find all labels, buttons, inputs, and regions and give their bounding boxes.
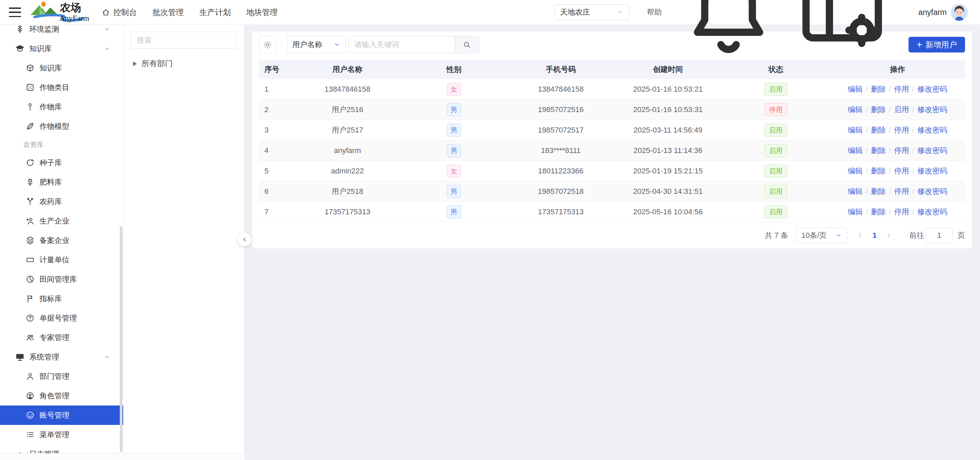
op-link-3[interactable]: 停用 (894, 126, 909, 134)
cell-phone: 19857072516 (508, 105, 614, 114)
caret-right-icon[interactable] (133, 61, 137, 66)
sidebar-item-0[interactable]: 环境监测 (0, 25, 123, 39)
op-link-2[interactable]: 删除 (871, 208, 886, 216)
sidebar-item-7[interactable]: 种子库 (0, 153, 123, 172)
cell-status: 启用 (722, 165, 830, 177)
op-link-3[interactable]: 停用 (894, 85, 909, 93)
op-link-2[interactable]: 删除 (871, 146, 886, 155)
org-select[interactable]: 天地农庄 (554, 5, 629, 20)
cell-phone: 17357175313 (508, 208, 614, 216)
sidebar-item-15[interactable]: 单据号管理 (0, 308, 123, 328)
op-link-4[interactable]: 修改密码 (917, 167, 947, 175)
sidebar-item-9[interactable]: 农药库 (0, 192, 123, 211)
op-link-3[interactable]: 启用 (894, 105, 909, 114)
sidebar-item-12[interactable]: 计量单位 (0, 250, 123, 270)
table-row-4: 4anyfarm男183****81112025-01-13 11:14:36启… (259, 141, 965, 161)
op-link-2[interactable]: 删除 (871, 85, 886, 93)
cell-index: 3 (259, 126, 294, 134)
op-link-3[interactable]: 停用 (894, 146, 909, 155)
help-link[interactable]: 帮助 (647, 7, 662, 18)
op-separator: / (862, 85, 871, 93)
sidebar-item-1[interactable]: 知识库 (0, 39, 123, 58)
cell-status: 启用 (722, 206, 830, 219)
sidebar-item-16[interactable]: 专家管理 (0, 328, 123, 347)
sidebar-item-4[interactable]: 作物库 (0, 97, 123, 117)
layout-settings-icon[interactable] (791, 0, 893, 63)
cell-operations: 编辑/删除/启用/修改密码 (830, 105, 965, 115)
page-size-select[interactable]: 10条/页 (796, 228, 847, 243)
bell-icon (678, 0, 780, 63)
op-link-2[interactable]: 删除 (871, 167, 886, 175)
op-link-1[interactable]: 编辑 (848, 146, 862, 155)
op-link-2[interactable]: 删除 (871, 187, 886, 196)
page-number-current[interactable]: 1 (868, 231, 881, 240)
nav-item-4[interactable]: 地块管理 (247, 7, 278, 18)
op-link-4[interactable]: 修改密码 (917, 85, 947, 93)
cell-operations: 编辑/删除/停用/修改密码 (830, 186, 965, 196)
home-icon (102, 8, 110, 17)
sidebar-item-18[interactable]: 部门管理 (0, 367, 123, 386)
sidebar-item-13[interactable]: 田间管理库 (0, 270, 123, 289)
nav-item-2[interactable]: 批次管理 (153, 7, 184, 18)
column-settings-button[interactable] (259, 36, 276, 53)
op-link-1[interactable]: 编辑 (848, 208, 862, 216)
op-separator: / (909, 146, 917, 155)
nav-item-1[interactable]: 控制台 (102, 7, 137, 18)
table-row-1: 113847846158女138478461582025-01-16 10:53… (259, 79, 965, 99)
op-link-2[interactable]: 删除 (871, 105, 886, 114)
next-page-button[interactable] (881, 228, 896, 243)
cell-created-time: 2025-01-13 11:14:36 (614, 146, 722, 155)
sidebar-item-8[interactable]: 肥料库 (0, 172, 123, 192)
sidebar-item-17[interactable]: 系统管理 (0, 347, 123, 367)
op-link-4[interactable]: 修改密码 (917, 146, 947, 155)
anyfarm-logo-image: 农场 AnyFarm (30, 1, 91, 24)
cell-operations: 编辑/删除/停用/修改密码 (830, 166, 965, 176)
op-link-4[interactable]: 修改密码 (917, 187, 947, 196)
users-icon (25, 333, 35, 342)
sidebar-item-2[interactable]: 知识库 (0, 58, 123, 78)
op-link-3[interactable]: 停用 (894, 208, 909, 216)
page-size-value: 10条/页 (801, 230, 827, 241)
horizontal-scrollbar-track[interactable] (0, 453, 245, 460)
sidebar-item-21[interactable]: 菜单管理 (0, 425, 123, 444)
sidebar-item-5[interactable]: 作物模型 (0, 117, 123, 136)
table-row-5: 5admin222女180112233662025-01-19 15:21:15… (259, 161, 965, 181)
sidebar-item-11[interactable]: 备案企业 (0, 231, 123, 250)
nav-item-3[interactable]: 生产计划 (199, 7, 231, 18)
sidebar-item-3[interactable]: 作物类目 (0, 78, 123, 97)
tree-node-all-departments[interactable]: 所有部门 (131, 58, 237, 69)
keyword-input[interactable]: 请输入关键词 (348, 36, 455, 53)
op-link-4[interactable]: 修改密码 (917, 126, 947, 134)
op-link-1[interactable]: 编辑 (848, 187, 862, 196)
goto-page-input[interactable]: 1 (926, 228, 953, 243)
chevron-down-icon (616, 8, 624, 16)
op-link-1[interactable]: 编辑 (848, 126, 862, 134)
filter-field-select[interactable]: 用户名称 (287, 36, 346, 53)
add-user-button[interactable]: + 新增用户 (908, 37, 965, 53)
collapse-panel-button[interactable] (238, 233, 251, 246)
op-link-1[interactable]: 编辑 (848, 167, 862, 175)
top-navbar: 农场 AnyFarm 控制台批次管理生产计划地块管理 天地农庄 帮助 0 any… (0, 0, 980, 25)
op-link-1[interactable]: 编辑 (848, 105, 862, 114)
prev-page-button[interactable] (853, 228, 868, 243)
op-link-3[interactable]: 停用 (894, 167, 909, 175)
op-link-3[interactable]: 停用 (894, 187, 909, 196)
sidebar-item-19[interactable]: 角色管理 (0, 386, 123, 406)
op-link-2[interactable]: 删除 (871, 126, 886, 134)
brand-title-en: AnyFarm (59, 14, 89, 22)
cell-operations: 编辑/删除/停用/修改密码 (830, 84, 965, 94)
pin-icon (25, 102, 35, 112)
cell-status: 启用 (722, 124, 830, 137)
sidebar-scrollbar[interactable] (120, 226, 123, 452)
hamburger-menu-icon[interactable] (9, 8, 21, 17)
op-link-4[interactable]: 修改密码 (917, 105, 947, 114)
notification-bell-icon[interactable]: 0 (678, 0, 780, 63)
sidebar-item-14[interactable]: 指标库 (0, 289, 123, 308)
sidebar-item-20[interactable]: 账号管理 (0, 406, 123, 425)
sidebar-item-10[interactable]: 生产企业 (0, 211, 123, 231)
op-link-1[interactable]: 编辑 (848, 85, 862, 93)
op-link-4[interactable]: 修改密码 (917, 208, 947, 216)
avatar[interactable] (951, 4, 968, 21)
search-button[interactable] (455, 36, 479, 53)
department-search-input[interactable]: 搜索 (131, 32, 237, 49)
